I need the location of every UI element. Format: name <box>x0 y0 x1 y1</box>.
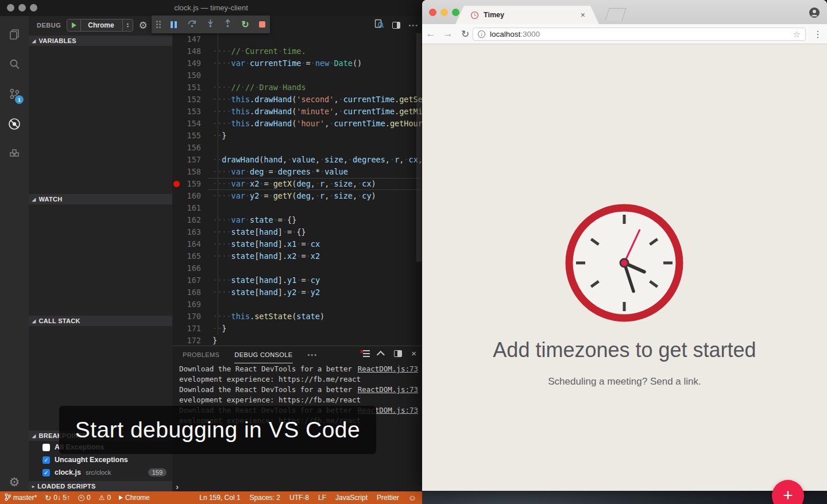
breakpoint-margin[interactable] <box>172 45 181 57</box>
code-line[interactable]: 158····var·deg·=·degrees·*·value <box>172 166 422 178</box>
find-in-file-icon[interactable] <box>374 19 384 31</box>
status-item[interactable]: Prettier <box>377 494 399 502</box>
split-panel-icon[interactable] <box>394 350 402 357</box>
status-item[interactable]: JavaScript <box>335 494 368 502</box>
code-line[interactable]: 160····var·y2·=·getY(deg,·r,·size,·cy) <box>172 190 422 202</box>
status-item[interactable]: UTF-8 <box>289 494 309 502</box>
loaded-scripts-section-header[interactable]: ▸ LOADED SCRIPTS <box>29 481 172 491</box>
breakpoint-margin[interactable] <box>172 226 181 238</box>
code-line[interactable]: 172} <box>172 335 422 346</box>
breakpoint-margin[interactable] <box>172 323 181 335</box>
breakpoint-margin[interactable] <box>172 190 181 202</box>
forward-icon[interactable]: → <box>439 28 457 40</box>
close-panel-icon[interactable]: × <box>411 350 416 358</box>
breakpoint-margin[interactable] <box>172 298 181 311</box>
step-into-button[interactable] <box>207 19 214 30</box>
console-source-link[interactable]: ReactDOM.js:73 <box>358 385 418 395</box>
code-line[interactable]: 153····this.drawHand('minute',·currentTi… <box>172 106 422 118</box>
code-line[interactable]: 164····state[hand].x1·=·cx <box>172 238 422 250</box>
console-input-prompt[interactable]: › <box>176 482 179 491</box>
breakpoint-margin[interactable] <box>172 130 181 142</box>
code-line[interactable]: 168····state[hand].y2·=·y2 <box>172 286 422 298</box>
breakpoint-margin[interactable] <box>172 286 181 298</box>
code-line[interactable]: 156 <box>172 142 422 154</box>
bookmark-star-icon[interactable]: ☆ <box>793 29 801 40</box>
breakpoint-margin[interactable] <box>172 335 181 346</box>
status-warnings[interactable]: ⚠0 <box>99 494 111 502</box>
breakpoint-margin[interactable] <box>172 274 181 286</box>
page-info-icon[interactable]: i <box>478 30 485 38</box>
launch-config-dropdown[interactable]: Chrome ▴▾ <box>67 19 133 32</box>
status-item[interactable]: LF <box>318 494 326 502</box>
restart-button[interactable]: ↻ <box>241 21 249 29</box>
breakpoint-checkbox[interactable]: ✓ <box>42 469 50 476</box>
code-line[interactable]: 159····var·x2·=·getX(deg,·r,·size,·cx) <box>172 178 422 190</box>
zoom-window-button[interactable] <box>452 9 459 16</box>
tab-debug-console[interactable]: DEBUG CONSOLE <box>234 346 292 363</box>
code-line[interactable]: 165····state[hand].x2·=·x2 <box>172 250 422 262</box>
code-line[interactable]: 151····//·//·Draw·Hands <box>172 82 422 94</box>
breakpoint-margin[interactable] <box>172 118 181 130</box>
add-timezone-fab[interactable]: + <box>772 480 804 504</box>
status-play[interactable]: Chrome <box>119 494 150 502</box>
breakpoint-checkbox[interactable]: ✓ <box>42 456 50 464</box>
back-icon[interactable]: ← <box>422 28 439 40</box>
address-bar[interactable]: i localhost :3000 ☆ <box>473 28 806 41</box>
explorer-icon[interactable] <box>0 22 29 47</box>
breakpoint-dot[interactable] <box>173 181 180 187</box>
status-sync[interactable]: ↻0↓ 5↑ <box>45 494 70 502</box>
code-line[interactable]: 147 <box>172 33 422 45</box>
status-git-branch[interactable]: master* <box>5 493 37 503</box>
breakpoint-row[interactable]: ✓clock.jssrc/clock159 <box>29 466 172 479</box>
launch-stepper-icon[interactable]: ▴▾ <box>122 20 133 31</box>
new-tab-button[interactable] <box>605 8 626 21</box>
code-line[interactable]: 155··} <box>172 130 422 142</box>
tab-close-icon[interactable]: × <box>581 10 585 20</box>
code-editor[interactable]: 147148····//·Current·time.149····var·cur… <box>172 33 422 346</box>
code-line[interactable]: 150 <box>172 69 422 82</box>
breakpoint-row[interactable]: ✓Uncaught Exceptions <box>29 453 172 466</box>
breakpoint-margin[interactable] <box>172 178 181 190</box>
breakpoint-margin[interactable] <box>172 94 181 106</box>
code-line[interactable]: 157··drawHand(hand,·value,·size,·degrees… <box>172 154 422 166</box>
breakpoint-margin[interactable] <box>172 202 181 214</box>
tab-problems[interactable]: PROBLEMS <box>183 346 219 363</box>
reload-icon[interactable]: ↻ <box>457 28 474 40</box>
source-control-icon[interactable]: 1 <box>0 82 29 107</box>
call-stack-section-header[interactable]: ◢ CALL STACK <box>29 316 172 326</box>
stop-button[interactable] <box>259 21 265 28</box>
profile-avatar-icon[interactable] <box>809 7 820 21</box>
feedback-smiley-icon[interactable]: ☺ <box>408 493 416 502</box>
configure-gear-icon[interactable]: ⚙ <box>139 20 148 32</box>
code-line[interactable]: 162····var·state·=·{} <box>172 214 422 226</box>
code-line[interactable]: 171··} <box>172 323 422 335</box>
breakpoint-margin[interactable] <box>172 82 181 94</box>
panel-more-tabs-icon[interactable]: ••• <box>308 351 318 358</box>
code-line[interactable]: 167····state[hand].y1·=·cy <box>172 274 422 286</box>
watch-section-header[interactable]: ◢ WATCH <box>29 194 172 204</box>
code-line[interactable]: 166 <box>172 262 422 274</box>
code-line[interactable]: 169 <box>172 298 422 311</box>
search-icon[interactable] <box>0 52 29 77</box>
breakpoint-margin[interactable] <box>172 33 181 45</box>
breakpoint-margin[interactable] <box>172 214 181 226</box>
breakpoint-margin[interactable] <box>172 238 181 250</box>
breakpoint-checkbox[interactable] <box>42 444 50 451</box>
step-out-button[interactable] <box>224 19 231 30</box>
code-line[interactable]: 149····var·currentTime·=·new·Date() <box>172 57 422 69</box>
code-line[interactable]: 170····this.setState(state) <box>172 311 422 323</box>
breakpoint-margin[interactable] <box>172 69 181 82</box>
breakpoint-margin[interactable] <box>172 250 181 262</box>
code-line[interactable]: 161 <box>172 202 422 214</box>
minimize-window-button[interactable] <box>440 9 448 16</box>
status-item[interactable]: Spaces: 2 <box>250 494 280 502</box>
clear-console-icon[interactable]: × <box>361 350 370 358</box>
code-line[interactable]: 163····state[hand]·=·{} <box>172 226 422 238</box>
browser-menu-icon[interactable]: ⋮ <box>813 29 822 40</box>
code-line[interactable]: 152····this.drawHand('second',·currentTi… <box>172 94 422 106</box>
close-window-button[interactable] <box>429 9 436 16</box>
variables-section-header[interactable]: ◢ VARIABLES <box>29 36 172 46</box>
status-item[interactable]: Ln 159, Col 1 <box>199 494 240 502</box>
editor-more-actions-icon[interactable]: ••• <box>408 22 419 29</box>
breakpoint-margin[interactable] <box>172 311 181 323</box>
